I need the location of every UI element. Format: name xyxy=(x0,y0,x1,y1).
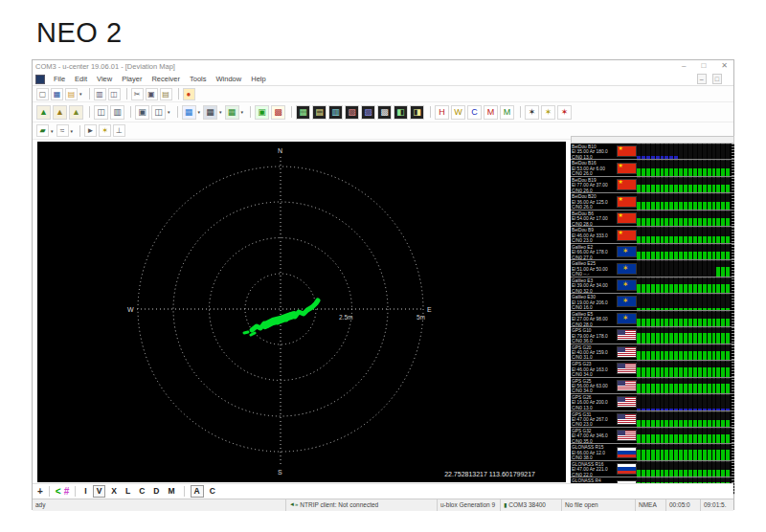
message-view-button[interactable]: ▩ xyxy=(271,105,285,120)
close-button[interactable]: ✕ xyxy=(721,60,728,72)
baudrate-button[interactable]: ≈ xyxy=(56,124,69,137)
cut-button[interactable]: ✂ xyxy=(131,88,144,100)
cn0-bar xyxy=(637,428,641,443)
tile-horizontal-button[interactable]: ◫ xyxy=(94,105,108,120)
child-minimize-button[interactable]: – xyxy=(697,74,707,84)
statistic-view-button[interactable]: ▨ xyxy=(361,105,375,120)
camera-view-dropdown-caret[interactable]: ▾ xyxy=(219,109,222,115)
cn0-bar xyxy=(656,361,660,376)
cn0-bar xyxy=(703,277,707,293)
cn0-bar xyxy=(646,144,650,159)
map-view-dropdown-caret[interactable]: ▾ xyxy=(241,109,244,115)
menu-item-help[interactable]: Help xyxy=(246,75,270,83)
filter-letter-x-button[interactable]: X xyxy=(108,486,120,497)
cn0-bar xyxy=(688,394,692,410)
new-view-dropdown-caret[interactable]: ▾ xyxy=(168,109,170,115)
satellite-flag-box xyxy=(616,193,637,209)
menu-item-receiver[interactable]: Receiver xyxy=(146,75,185,83)
paste-button[interactable]: ▤ xyxy=(160,88,172,100)
reload-config-button[interactable]: M xyxy=(500,105,514,120)
assist-now-button[interactable]: ✶ xyxy=(99,124,111,137)
camera-view-button[interactable]: ▦ xyxy=(203,105,217,120)
settings-a-button[interactable]: ✶ xyxy=(525,105,539,120)
baudrate-dropdown-caret[interactable]: ▾ xyxy=(71,128,74,134)
docking-window-button[interactable]: ◧ xyxy=(394,105,408,120)
connect-port-dropdown-caret[interactable]: ▾ xyxy=(51,128,54,134)
maximize-button[interactable]: □ xyxy=(701,60,706,72)
export-kml-button[interactable]: ▲ xyxy=(53,105,67,120)
new-view-button[interactable]: ◫ xyxy=(151,105,166,120)
save-button[interactable]: ▦ xyxy=(51,88,63,100)
connect-port-button[interactable]: ▰ xyxy=(36,124,49,137)
full-screen-button[interactable]: ◨ xyxy=(410,105,424,120)
satellite-panel-scrollbar[interactable] xyxy=(571,136,734,144)
filter-letter-a-button[interactable]: A xyxy=(191,485,204,498)
cn0-bar xyxy=(726,227,730,242)
new-file-button[interactable]: ▢ xyxy=(36,88,49,100)
menu-item-player[interactable]: Player xyxy=(117,75,146,83)
tile-vertical-button[interactable]: ▥ xyxy=(110,105,124,120)
grid-view-icon[interactable]: # xyxy=(64,486,70,498)
menu-item-edit[interactable]: Edit xyxy=(70,75,92,83)
warm-start-button[interactable]: W xyxy=(451,105,465,120)
cold-start-button[interactable]: C xyxy=(467,105,482,120)
angle-view-icon[interactable]: < xyxy=(56,486,61,498)
close-view-button[interactable]: ▣ xyxy=(135,105,149,120)
export-csv-button[interactable]: ▲ xyxy=(69,105,83,120)
open-button[interactable]: ▤ xyxy=(65,88,78,100)
cn0-bar xyxy=(708,260,711,276)
satellite-flag-box xyxy=(616,144,637,159)
filter-letter-c-button[interactable]: C xyxy=(207,486,218,497)
cn0-bar xyxy=(708,394,711,410)
menu-item-file[interactable]: File xyxy=(49,75,70,83)
settings-c-button[interactable]: ✶ xyxy=(557,105,572,120)
cn0-bar xyxy=(712,327,716,343)
cn0-bar xyxy=(642,461,645,477)
map-view-button[interactable]: ▦ xyxy=(225,105,239,120)
filter-letter-d-button[interactable]: D xyxy=(150,486,162,497)
cn0-bar xyxy=(674,344,678,360)
antenna-button[interactable]: ⊥ xyxy=(113,124,125,137)
print-button[interactable]: ▥ xyxy=(94,88,106,100)
filter-letter-c-button[interactable]: C xyxy=(136,486,147,497)
export-gpx-button[interactable]: ▲ xyxy=(36,105,51,120)
cn0-bar xyxy=(721,144,725,159)
minimize-button[interactable]: – xyxy=(682,60,686,72)
move-cursor-icon[interactable]: + xyxy=(37,486,43,498)
satellite-row: GLONASS R16El 47.00 Az 221.0C/N0 22.0 xyxy=(571,461,734,477)
cn0-bar xyxy=(661,444,665,459)
reset-receiver-button[interactable]: M xyxy=(484,105,498,120)
ublox-logo-button[interactable]: ● xyxy=(183,88,195,100)
title-bar[interactable]: COM3 - u-center 19.06.01 - [Deviation Ma… xyxy=(33,60,733,73)
filter-letter-i-button[interactable]: I xyxy=(81,486,89,497)
print-preview-button[interactable]: ◫ xyxy=(108,88,121,100)
auto-detect-button[interactable]: ► xyxy=(84,124,97,137)
cn0-bar xyxy=(674,361,678,376)
filter-letter-v-button[interactable]: V xyxy=(93,485,106,498)
hot-start-icon: H xyxy=(439,107,445,117)
configure-view-button[interactable]: ▧ xyxy=(345,105,359,120)
settings-b-button[interactable]: ✶ xyxy=(541,105,555,120)
menu-item-view[interactable]: View xyxy=(92,75,117,83)
table-view-button[interactable]: ▩ xyxy=(377,105,392,120)
menu-item-window[interactable]: Window xyxy=(212,75,247,83)
copy-button[interactable]: ▣ xyxy=(146,88,158,100)
deviation-map-window-icon[interactable] xyxy=(35,75,45,84)
messages-view-button[interactable]: ▥ xyxy=(328,105,343,120)
cn0-bar xyxy=(726,311,730,326)
cn0-bar xyxy=(684,260,687,276)
cn0-bar xyxy=(716,244,720,259)
hot-start-button[interactable]: H xyxy=(435,105,449,120)
chart-view-button[interactable]: ▦ xyxy=(182,105,196,120)
filter-letter-m-button[interactable]: M xyxy=(165,486,177,497)
open-dropdown-caret[interactable]: ▾ xyxy=(79,91,82,97)
binary-console-button[interactable]: ▦ xyxy=(296,105,310,120)
messages-view-icon: ▥ xyxy=(331,107,340,117)
packet-console-button[interactable]: ▣ xyxy=(255,105,269,120)
menu-item-tools[interactable]: Tools xyxy=(185,75,212,83)
child-restore-button[interactable]: □ xyxy=(712,74,722,84)
chart-view-dropdown-caret[interactable]: ▾ xyxy=(198,109,201,115)
cn0-bar xyxy=(656,378,660,393)
filter-letter-l-button[interactable]: L xyxy=(123,486,133,497)
text-console-button[interactable]: ▤ xyxy=(312,105,327,120)
